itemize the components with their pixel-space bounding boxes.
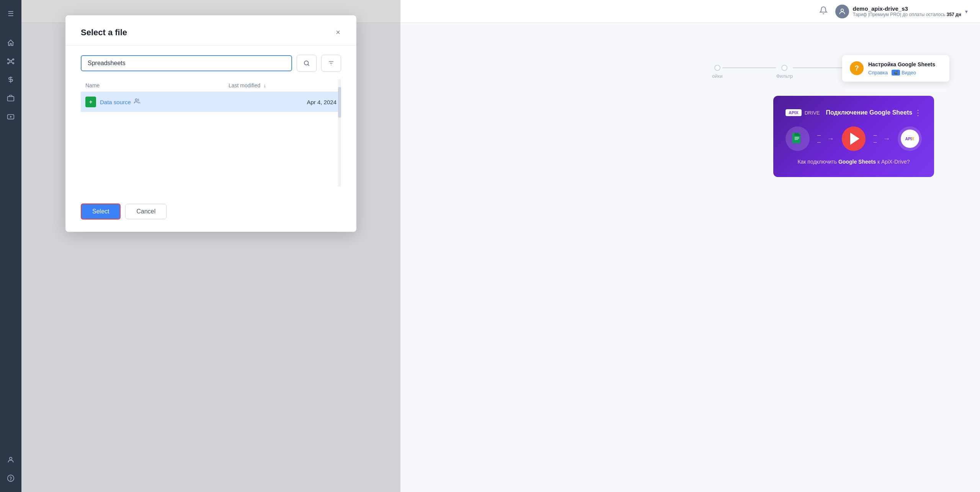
svg-point-2 bbox=[13, 59, 14, 60]
svg-line-7 bbox=[9, 62, 10, 63]
step-фильтр: Фильтр bbox=[776, 65, 793, 79]
video-subtitle: Как подключить Google Sheets к ApiX-Driv… bbox=[786, 159, 922, 165]
briefcase-icon[interactable] bbox=[3, 90, 18, 106]
file-table: Name Last modified ↓ bbox=[81, 79, 341, 112]
video-camera-icon: 📹 bbox=[892, 70, 900, 75]
google-sheets-icon bbox=[790, 131, 805, 146]
column-name: Name bbox=[81, 79, 224, 92]
google-sheets-node bbox=[786, 126, 810, 151]
dialog-body: Name Last modified ↓ bbox=[65, 46, 356, 196]
svg-point-1 bbox=[8, 59, 9, 60]
cancel-button[interactable]: Cancel bbox=[125, 204, 167, 219]
select-button[interactable]: Select bbox=[81, 203, 121, 220]
search-input[interactable] bbox=[81, 55, 292, 71]
svg-rect-24 bbox=[795, 138, 799, 139]
help-tooltip: ? Настройка Google Sheets Справка 📹 Виде… bbox=[842, 55, 949, 82]
svg-point-4 bbox=[13, 62, 14, 64]
svg-point-14 bbox=[8, 475, 14, 482]
step-настройки: ойки bbox=[712, 65, 722, 79]
filter-button[interactable] bbox=[321, 55, 341, 72]
column-modified[interactable]: Last modified ↓ bbox=[224, 79, 341, 92]
file-name-cell: + Data source bbox=[81, 92, 224, 112]
search-row bbox=[81, 55, 341, 72]
video-play-button[interactable] bbox=[842, 126, 866, 151]
apix-drive-node: APIX bbox=[898, 126, 922, 151]
svg-line-8 bbox=[11, 62, 13, 63]
user-plan: Тариф |Премиум PRO| до оплаты осталось 3… bbox=[853, 12, 961, 17]
step-label-настройки: ойки bbox=[712, 73, 722, 79]
svg-rect-10 bbox=[8, 97, 14, 101]
file-date-cell: Apr 4, 2024 bbox=[224, 92, 341, 112]
svg-point-15 bbox=[11, 480, 11, 480]
dialog-overlay: Select a file × bbox=[21, 0, 400, 492]
user-details: demo_apix-drive_s3 Тариф |Премиум PRO| д… bbox=[853, 5, 961, 17]
svg-point-19 bbox=[841, 9, 843, 11]
step-label-фильтр: Фильтр bbox=[776, 73, 793, 79]
flow-connector-1: – – → bbox=[817, 132, 834, 146]
video-player-area: – – → – – → APIX bbox=[786, 126, 922, 151]
dialog-footer: Select Cancel bbox=[65, 196, 356, 232]
dialog-title: Select a file bbox=[81, 28, 127, 37]
file-list-wrapper: Name Last modified ↓ bbox=[81, 79, 341, 187]
step-connector-1 bbox=[722, 67, 776, 68]
scrollbar[interactable] bbox=[338, 79, 341, 187]
svg-point-18 bbox=[135, 99, 137, 101]
chevron-down-icon: ▾ bbox=[965, 8, 968, 15]
dollar-icon[interactable] bbox=[3, 72, 18, 87]
svg-rect-25 bbox=[795, 139, 798, 140]
user-info[interactable]: demo_apix-drive_s3 Тариф |Премиум PRO| д… bbox=[835, 5, 968, 18]
dialog-close-button[interactable]: × bbox=[332, 26, 344, 38]
sidebar: ☰ bbox=[0, 0, 21, 492]
help-справка-link[interactable]: Справка bbox=[868, 70, 888, 75]
scrollbar-thumb bbox=[338, 87, 341, 118]
help-video-link[interactable]: 📹 Видео bbox=[892, 70, 916, 75]
youtube-icon[interactable] bbox=[3, 109, 18, 124]
brand-drive-text: DRIVE bbox=[805, 110, 820, 116]
main-content: Select a file × bbox=[21, 0, 980, 492]
top-bar-right: demo_apix-drive_s3 Тариф |Премиум PRO| д… bbox=[819, 5, 968, 18]
flow-connector-2: – – → bbox=[873, 132, 890, 146]
menu-icon[interactable]: ☰ bbox=[3, 6, 18, 21]
help-title: Настройка Google Sheets bbox=[868, 61, 935, 67]
svg-marker-12 bbox=[10, 116, 12, 118]
help-content: Настройка Google Sheets Справка 📹 Видео bbox=[868, 61, 935, 75]
svg-rect-23 bbox=[795, 137, 799, 138]
file-dialog: Select a file × bbox=[65, 15, 356, 232]
brand-badge: APIX bbox=[786, 109, 802, 116]
svg-point-3 bbox=[8, 62, 9, 64]
video-more-options[interactable]: ⋮ bbox=[914, 108, 922, 117]
svg-rect-21 bbox=[795, 133, 798, 136]
avatar bbox=[835, 5, 849, 18]
search-input-wrapper bbox=[81, 55, 292, 71]
table-row[interactable]: + Data source bbox=[81, 92, 341, 112]
help-links: Справка 📹 Видео bbox=[868, 70, 935, 75]
video-brand: APIX DRIVE Подключение Google Sheets bbox=[786, 109, 912, 116]
search-button[interactable] bbox=[297, 55, 317, 72]
svg-line-17 bbox=[308, 64, 309, 66]
video-title: Подключение Google Sheets bbox=[826, 109, 912, 116]
home-icon[interactable] bbox=[3, 35, 18, 51]
video-card: APIX DRIVE Подключение Google Sheets ⋮ bbox=[773, 96, 934, 177]
svg-point-13 bbox=[10, 457, 12, 460]
svg-point-16 bbox=[304, 61, 309, 65]
help-question-icon: ? bbox=[850, 61, 864, 75]
notification-bell-icon[interactable] bbox=[819, 6, 828, 17]
file-type-icon: + bbox=[85, 97, 96, 107]
user-icon[interactable] bbox=[3, 452, 18, 467]
help-circle-icon[interactable] bbox=[3, 471, 18, 486]
video-card-header: APIX DRIVE Подключение Google Sheets ⋮ bbox=[786, 108, 922, 117]
svg-line-6 bbox=[11, 59, 13, 61]
shared-icon bbox=[134, 98, 140, 106]
sort-arrow-icon: ↓ bbox=[263, 82, 266, 89]
dialog-header: Select a file × bbox=[65, 15, 356, 46]
file-name-text: Data source bbox=[100, 99, 131, 105]
apix-drive-badge: APIX bbox=[901, 130, 919, 148]
user-name: demo_apix-drive_s3 bbox=[853, 5, 961, 12]
step-connector-2 bbox=[793, 67, 846, 68]
svg-line-5 bbox=[9, 59, 10, 61]
network-icon[interactable] bbox=[3, 54, 18, 69]
